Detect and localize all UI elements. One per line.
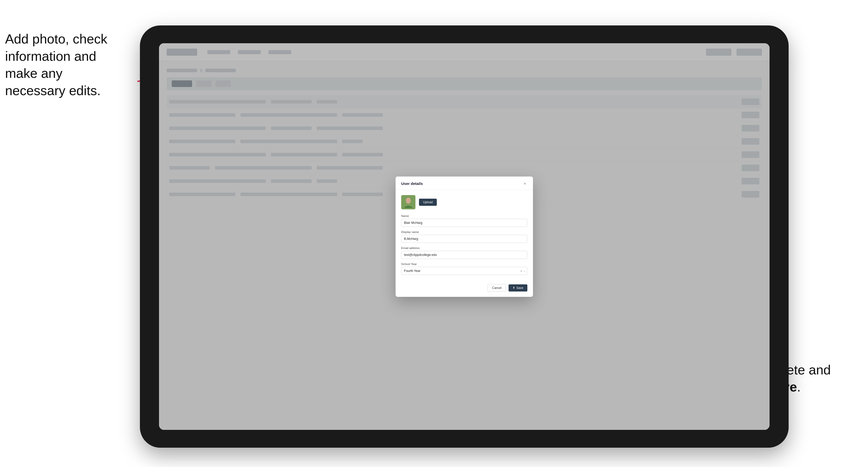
school-year-input[interactable]	[401, 267, 527, 275]
modal-close-button[interactable]: ×	[522, 181, 527, 186]
name-input[interactable]	[401, 219, 527, 227]
school-year-select-wrapper: × ⌄	[401, 267, 527, 275]
save-button[interactable]: ⬆ Save	[508, 284, 527, 291]
select-chevron-icon[interactable]: ⌄	[523, 270, 525, 272]
upload-button[interactable]: Upload	[419, 199, 437, 206]
cancel-button[interactable]: Cancel	[488, 284, 506, 292]
name-field-group: Name	[401, 214, 527, 227]
modal-body: Upload Name Display name Email addre	[396, 190, 533, 284]
display-name-input[interactable]	[401, 235, 527, 243]
display-name-label: Display name	[401, 230, 527, 234]
select-clear-icon[interactable]: ×	[520, 269, 522, 272]
modal-footer: Cancel ⬆ Save	[396, 284, 533, 297]
user-details-modal: User details ×	[396, 177, 533, 297]
email-label: Email address	[401, 247, 527, 250]
avatar-thumbnail	[401, 195, 415, 209]
tablet-screen: User details ×	[159, 43, 770, 430]
school-year-label: School Year	[401, 262, 527, 266]
email-field-group: Email address	[401, 247, 527, 259]
name-label: Name	[401, 214, 527, 217]
modal-header: User details ×	[396, 177, 533, 190]
display-name-field-group: Display name	[401, 230, 527, 243]
save-label: Save	[517, 286, 523, 290]
select-icons: × ⌄	[520, 269, 525, 272]
tablet-device: User details ×	[140, 25, 788, 448]
avatar-section: Upload	[401, 195, 527, 209]
school-year-field-group: School Year × ⌄	[401, 262, 527, 275]
modal-overlay: User details ×	[159, 43, 770, 430]
annotation-left: Add photo, check information and make an…	[5, 31, 127, 99]
modal-title: User details	[401, 181, 423, 186]
save-icon: ⬆	[513, 286, 515, 289]
svg-point-4	[406, 198, 410, 202]
email-input[interactable]	[401, 251, 527, 259]
